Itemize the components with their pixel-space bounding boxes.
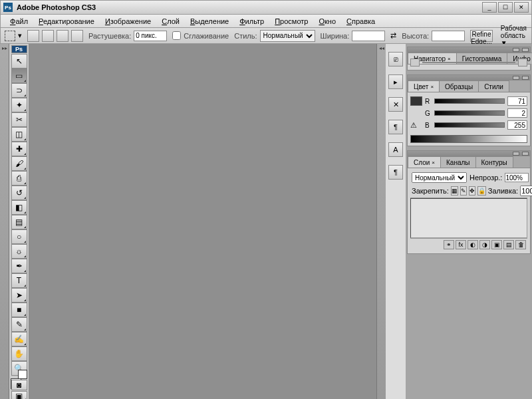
history-brush-tool[interactable]: ↺: [11, 186, 27, 200]
panel-minimize-button[interactable]: [513, 152, 519, 156]
panel-minimize-button[interactable]: [513, 48, 519, 52]
canvas-area[interactable]: [29, 44, 376, 399]
opacity-input[interactable]: [505, 173, 529, 182]
g-slider[interactable]: [434, 110, 505, 116]
feather-input[interactable]: [134, 31, 167, 41]
magic-wand-tool[interactable]: ✦: [11, 98, 27, 112]
link-layers-button[interactable]: ⚭: [444, 240, 454, 249]
panel-close-button[interactable]: [522, 76, 529, 80]
menu-фильтр[interactable]: Фильтр: [235, 16, 268, 27]
tab-стили[interactable]: Стили: [478, 80, 509, 92]
selection-new-button[interactable]: [27, 30, 39, 42]
dodge-tool[interactable]: ☼: [11, 244, 27, 259]
menu-слой[interactable]: Слой: [158, 16, 184, 27]
zoom-out-button[interactable]: [410, 59, 420, 66]
selection-subtract-button[interactable]: [57, 30, 68, 42]
marquee-tool[interactable]: ▭: [11, 68, 27, 83]
close-button[interactable]: ✕: [514, 2, 529, 13]
gradient-tool[interactable]: ▤: [11, 215, 27, 229]
maximize-button[interactable]: ☐: [498, 2, 513, 13]
swap-icon[interactable]: ⇄: [390, 31, 396, 40]
screen-mode-button[interactable]: ▣: [11, 391, 27, 399]
selection-intersect-button[interactable]: [71, 30, 83, 42]
dock-icon-3[interactable]: ✕: [388, 97, 403, 112]
type-tool[interactable]: T: [11, 273, 27, 288]
hand-tool[interactable]: ✋: [11, 346, 27, 361]
healing-tool[interactable]: ✚: [11, 142, 27, 156]
slice-tool[interactable]: ◫: [11, 127, 27, 142]
tool-collapse-strip[interactable]: ▸▸: [0, 44, 9, 399]
adjustment-layer-button[interactable]: ◑: [479, 240, 490, 249]
refine-edge-button[interactable]: Refine Edge...: [470, 30, 493, 42]
layer-fx-button[interactable]: fx: [456, 240, 466, 249]
b-input[interactable]: [507, 120, 527, 130]
delete-layer-button[interactable]: 🗑: [515, 240, 526, 249]
minimize-button[interactable]: _: [482, 2, 497, 13]
eyedropper-tool[interactable]: ✍: [11, 332, 27, 346]
menu-файл[interactable]: Файл: [6, 16, 32, 27]
zoom-slider[interactable]: [422, 62, 515, 63]
collapsed-dock: ⎚ ▸ ✕ ¶ A ¶: [386, 44, 406, 399]
panel-minimize-button[interactable]: [513, 76, 519, 80]
close-tab-icon[interactable]: ×: [430, 84, 434, 90]
selection-add-button[interactable]: [42, 30, 54, 42]
move-tool[interactable]: ↖: [11, 54, 27, 68]
close-tab-icon[interactable]: ×: [432, 160, 435, 166]
menu-справка[interactable]: Справка: [342, 16, 379, 27]
layer-mask-button[interactable]: ◐: [467, 240, 478, 249]
clone-tool[interactable]: ⎙: [11, 171, 27, 186]
g-input[interactable]: [507, 108, 527, 118]
eraser-tool[interactable]: ◧: [11, 200, 27, 215]
tab-слои[interactable]: Слои×: [408, 156, 441, 168]
chevron-down-icon[interactable]: ▾: [18, 31, 22, 40]
quick-mask-button[interactable]: ◙: [11, 380, 27, 390]
tab-цвет[interactable]: Цвет×: [408, 80, 440, 92]
tab-образцы[interactable]: Образцы: [439, 80, 479, 92]
zoom-in-button[interactable]: [518, 59, 527, 66]
notes-tool[interactable]: ✎: [11, 317, 27, 332]
menu-окно[interactable]: Окно: [315, 16, 340, 27]
dock-icon-2[interactable]: ▸: [388, 74, 403, 89]
style-select[interactable]: Нормальный: [260, 30, 315, 42]
dock-collapse-strip[interactable]: ◂◂: [376, 44, 386, 399]
panel-close-button[interactable]: [522, 48, 529, 52]
color-ramp[interactable]: [410, 135, 527, 143]
width-input[interactable]: [352, 31, 385, 41]
new-group-button[interactable]: ▣: [491, 240, 502, 249]
menu-просмотр[interactable]: Просмотр: [271, 16, 312, 27]
tab-каналы[interactable]: Каналы: [440, 156, 476, 168]
r-slider[interactable]: [434, 98, 505, 104]
lock-all-button[interactable]: 🔒: [477, 186, 486, 196]
dock-icon-6[interactable]: ¶: [388, 165, 403, 180]
rectangle-tool[interactable]: ■: [11, 303, 27, 317]
new-layer-button[interactable]: ▤: [503, 240, 514, 249]
b-label: B: [425, 122, 432, 129]
brush-tool[interactable]: 🖌: [11, 156, 27, 171]
background-color-swatch[interactable]: [18, 370, 27, 379]
dock-icon-1[interactable]: ⎚: [388, 52, 403, 66]
b-slider[interactable]: [434, 122, 505, 128]
blur-tool[interactable]: ○: [11, 229, 27, 244]
dock-icon-5[interactable]: A: [388, 142, 403, 157]
menu-редактирование[interactable]: Редактирование: [35, 16, 98, 27]
height-input[interactable]: [432, 31, 465, 41]
fill-input[interactable]: [520, 186, 532, 196]
menu-выделение[interactable]: Выделение: [186, 16, 233, 27]
r-input[interactable]: [507, 96, 527, 106]
color-preview-swatch[interactable]: [410, 96, 422, 106]
antialias-checkbox[interactable]: [172, 31, 181, 40]
lock-pixels-button[interactable]: ✎: [460, 186, 467, 196]
menu-изображение[interactable]: Изображение: [101, 16, 155, 27]
crop-tool[interactable]: ✂: [11, 112, 27, 127]
panel-close-button[interactable]: [522, 152, 529, 156]
tab-контуры[interactable]: Контуры: [475, 156, 513, 168]
height-label: Высота:: [402, 32, 429, 40]
path-select-tool[interactable]: ➤: [11, 288, 27, 303]
lock-transparent-button[interactable]: ▦: [451, 186, 458, 196]
dock-icon-4[interactable]: ¶: [388, 120, 403, 134]
lasso-tool[interactable]: ⊃: [11, 83, 27, 98]
lock-position-button[interactable]: ✥: [469, 186, 475, 196]
blend-mode-select[interactable]: Нормальный: [412, 172, 467, 183]
pen-tool[interactable]: ✒: [11, 259, 27, 273]
layers-list[interactable]: [410, 198, 527, 238]
